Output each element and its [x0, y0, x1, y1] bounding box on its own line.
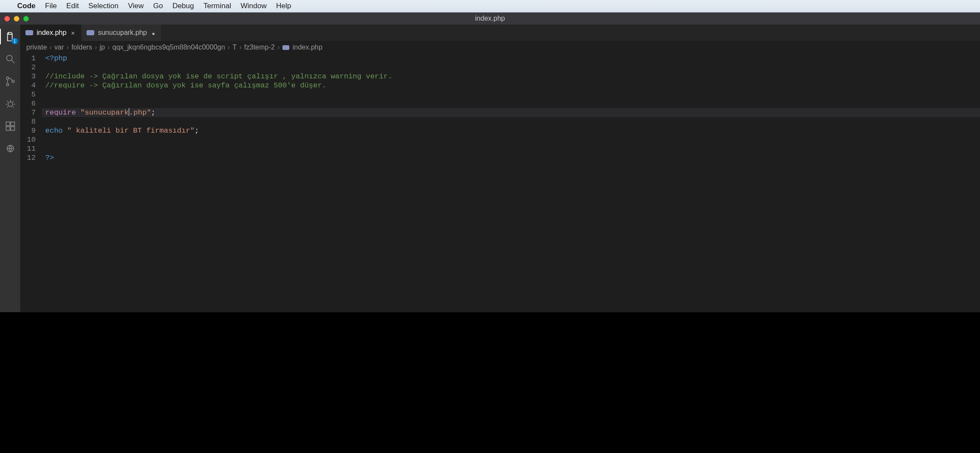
- window-title: index.php: [475, 15, 505, 22]
- breadcrumb: private› var› folders› jp› qqx_jkqn6ngbc…: [20, 41, 980, 54]
- tab-index-php[interactable]: index.php ×: [20, 25, 81, 41]
- macos-menubar: Code File Edit Selection View Go Debug T…: [0, 0, 980, 12]
- php-file-icon: [282, 45, 289, 50]
- tab-label: sunucupark.php: [98, 29, 147, 37]
- main-area: 1 index.php × sunucupark.ph: [0, 25, 980, 312]
- editor-group: index.php × sunucupark.php private› var›…: [20, 25, 980, 312]
- breadcrumb-item[interactable]: private: [26, 43, 47, 51]
- svg-point-5: [8, 102, 12, 107]
- breadcrumb-item[interactable]: jp: [99, 43, 105, 51]
- chevron-right-icon: ›: [277, 43, 279, 51]
- menubar-item-terminal[interactable]: Terminal: [203, 2, 231, 10]
- svg-line-11: [7, 107, 8, 108]
- svg-rect-14: [11, 122, 15, 126]
- chevron-right-icon: ›: [228, 43, 230, 51]
- extensions-icon[interactable]: [3, 119, 17, 133]
- svg-point-2: [6, 77, 8, 79]
- breadcrumb-item[interactable]: var: [54, 43, 64, 51]
- svg-line-9: [7, 101, 8, 102]
- svg-line-12: [12, 107, 13, 108]
- explorer-icon[interactable]: 1: [3, 30, 17, 43]
- chevron-right-icon: ›: [50, 43, 52, 51]
- breadcrumb-file[interactable]: index.php: [293, 43, 323, 51]
- php-file-icon: [25, 30, 33, 35]
- menubar-item-view[interactable]: View: [128, 2, 144, 10]
- line-number-gutter: 123456789101112: [20, 54, 42, 312]
- chevron-right-icon: ›: [95, 43, 97, 51]
- activity-bar: 1: [0, 25, 20, 312]
- window-controls: [0, 16, 29, 22]
- menubar-item-go[interactable]: Go: [153, 2, 163, 10]
- unsaved-indicator-icon: [150, 29, 156, 37]
- menubar-item-window[interactable]: Window: [241, 2, 267, 10]
- breadcrumb-item[interactable]: fz3temp-2: [244, 43, 275, 51]
- php-file-icon: [87, 30, 94, 35]
- svg-point-3: [6, 84, 8, 86]
- tab-sunucupark-php[interactable]: sunucupark.php: [81, 25, 162, 41]
- menubar-item-selection[interactable]: Selection: [88, 2, 118, 10]
- breadcrumb-item[interactable]: T: [233, 43, 237, 51]
- source-control-icon[interactable]: [3, 74, 17, 88]
- breadcrumb-item[interactable]: qqx_jkqn6ngbcs9q5m88n04c0000gn: [112, 43, 225, 51]
- explorer-badge: 1: [12, 38, 18, 44]
- svg-rect-16: [11, 127, 15, 130]
- live-share-icon[interactable]: [3, 142, 17, 155]
- menubar-item-edit[interactable]: Edit: [66, 2, 79, 10]
- chevron-right-icon: ›: [67, 43, 69, 51]
- tab-bar: index.php × sunucupark.php: [20, 25, 980, 41]
- chevron-right-icon: ›: [108, 43, 110, 51]
- menubar-item-file[interactable]: File: [45, 2, 57, 10]
- zoom-window-button[interactable]: [23, 16, 29, 22]
- svg-point-4: [12, 80, 14, 82]
- menubar-app-name[interactable]: Code: [17, 2, 36, 10]
- svg-point-0: [6, 55, 12, 61]
- minimize-window-button[interactable]: [14, 16, 19, 22]
- chevron-right-icon: ›: [239, 43, 242, 51]
- menubar-item-help[interactable]: Help: [276, 2, 291, 10]
- svg-rect-13: [6, 122, 10, 126]
- window-titlebar: index.php: [0, 12, 980, 25]
- close-window-button[interactable]: [4, 16, 10, 22]
- svg-line-1: [12, 60, 15, 63]
- debug-icon[interactable]: [3, 97, 17, 111]
- menubar-item-debug[interactable]: Debug: [172, 2, 194, 10]
- svg-rect-15: [6, 127, 10, 130]
- code-area[interactable]: <?php//include -> Çağrılan dosya yok ise…: [42, 54, 980, 312]
- code-editor[interactable]: 123456789101112 <?php//include -> Çağrıl…: [20, 54, 980, 312]
- close-tab-icon[interactable]: ×: [70, 29, 76, 37]
- search-icon[interactable]: [3, 52, 17, 66]
- svg-line-10: [12, 101, 13, 102]
- breadcrumb-item[interactable]: folders: [71, 43, 92, 51]
- tab-label: index.php: [37, 29, 66, 37]
- letterbox: [0, 312, 980, 453]
